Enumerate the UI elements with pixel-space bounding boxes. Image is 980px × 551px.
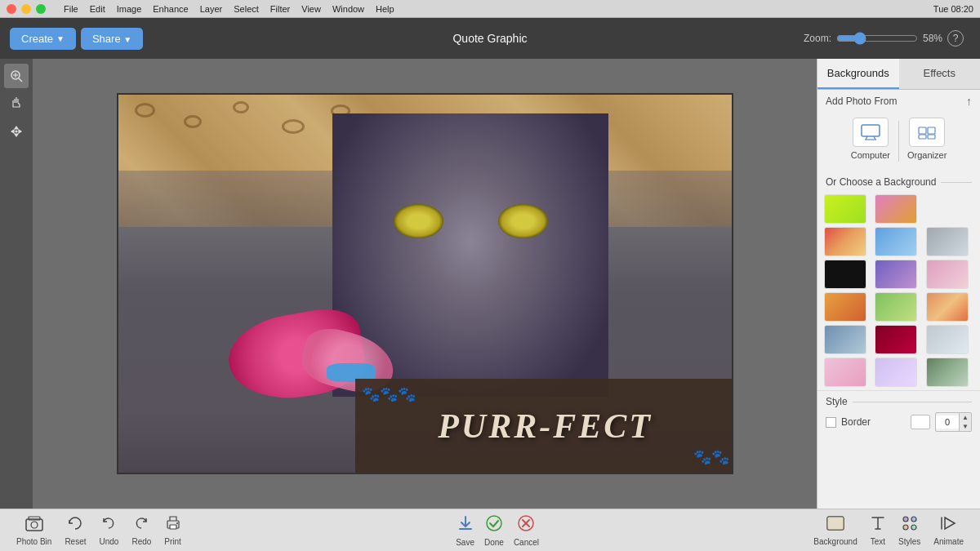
right-panel: Backgrounds Effects Add Photo From ↑: [817, 59, 980, 509]
menu-filter[interactable]: Filter: [265, 4, 295, 14]
choose-bg-header: Or Choose a Background: [817, 171, 980, 191]
svg-point-27: [911, 525, 916, 530]
save-label: Save: [456, 538, 474, 547]
menu-view[interactable]: View: [296, 4, 326, 14]
svg-marker-28: [945, 518, 955, 529]
menu-window[interactable]: Window: [327, 4, 369, 14]
undo-button[interactable]: Undo: [100, 515, 119, 546]
bg-swatch-roses[interactable]: [875, 325, 917, 354]
panel-add-photo-header: Add Photo From ↑: [817, 90, 980, 111]
menu-file[interactable]: File: [59, 4, 83, 14]
animate-tool-icon: [941, 515, 957, 535]
border-number-input: 0 ▲ ▼: [935, 412, 972, 432]
undo-icon: [100, 515, 117, 535]
topbar: Create ▼ Share ▼ Quote Graphic Zoom: 58%…: [0, 18, 980, 59]
organizer-icon: [909, 118, 945, 147]
maximize-button[interactable]: [36, 4, 46, 14]
bg-swatch-trees[interactable]: [926, 358, 969, 387]
save-button[interactable]: Save: [456, 514, 474, 547]
bg-swatch-flowers-red[interactable]: [824, 292, 866, 322]
zoom-tool-button[interactable]: [4, 64, 29, 88]
cancel-button[interactable]: Cancel: [514, 514, 539, 547]
text-tool-label: Text: [871, 537, 885, 546]
bg-swatch-pink-soft[interactable]: [824, 358, 866, 387]
styles-tool-button[interactable]: Styles: [898, 515, 920, 546]
menu-enhance[interactable]: Enhance: [148, 4, 193, 14]
row-spacer: [926, 194, 969, 196]
bg-swatch-flowers-green[interactable]: [875, 292, 917, 322]
bg-swatch-blue-sky[interactable]: [875, 227, 917, 256]
bg-swatch-mist[interactable]: [926, 325, 969, 354]
bg-swatch-landmark[interactable]: [824, 325, 866, 354]
paw-prints-bottom-right: 🐾🐾: [693, 448, 729, 466]
done-button[interactable]: Done: [484, 514, 504, 547]
bg-swatch-pink-mix[interactable]: [926, 260, 969, 289]
title-bar: File Edit Image Enhance Layer Select Fil…: [0, 0, 980, 18]
bg-swatch-purple-blue[interactable]: [875, 260, 917, 289]
canvas-frame: 🐾🐾🐾 🐾🐾 PURR-FECT: [117, 93, 733, 474]
tab-effects[interactable]: Effects: [899, 59, 981, 89]
print-icon: [165, 515, 181, 535]
print-button[interactable]: Print: [164, 515, 181, 546]
text-tool-button[interactable]: Text: [871, 515, 885, 546]
close-button[interactable]: [7, 4, 16, 14]
menu-help[interactable]: Help: [371, 4, 399, 14]
svg-rect-4: [862, 125, 880, 136]
background-tool-button[interactable]: Background: [813, 515, 857, 546]
bg-swatch-grey-mist[interactable]: [926, 227, 969, 256]
bottom-toolbar: Photo Bin Reset Undo: [0, 509, 980, 551]
bg-swatch-sunset2[interactable]: [926, 292, 969, 322]
style-title: Style: [826, 396, 848, 407]
bg-swatch-sunset[interactable]: [824, 227, 866, 256]
animate-tool-label: Animate: [933, 537, 964, 546]
reset-icon: [67, 515, 83, 535]
help-button[interactable]: ?: [947, 30, 964, 47]
border-label: Border: [841, 416, 906, 428]
panel-collapse-icon[interactable]: ↑: [966, 95, 972, 108]
zoom-slider[interactable]: [836, 32, 918, 45]
bg-swatch-purple-orange[interactable]: [875, 194, 917, 224]
style-header: Style: [826, 396, 972, 407]
source-divider: [898, 121, 899, 162]
move-tool-button[interactable]: [4, 119, 29, 144]
animate-tool-button[interactable]: Animate: [933, 515, 964, 546]
share-label: Share: [92, 33, 121, 45]
menu-layer[interactable]: Layer: [195, 4, 228, 14]
border-checkbox[interactable]: [826, 417, 836, 428]
menu-image[interactable]: Image: [112, 4, 147, 14]
redo-button[interactable]: Redo: [131, 515, 151, 546]
svg-rect-8: [919, 127, 926, 134]
menu-edit[interactable]: Edit: [85, 4, 110, 14]
hand-tool-button[interactable]: [4, 90, 29, 114]
source-buttons: Computer Organizer: [817, 111, 980, 171]
tab-backgrounds[interactable]: Backgrounds: [817, 59, 899, 89]
bg-swatch-yellow-green[interactable]: [824, 194, 866, 224]
redo-icon: [133, 515, 149, 535]
border-value[interactable]: 0: [936, 415, 959, 429]
svg-point-18: [487, 516, 501, 531]
canvas-area: 🐾🐾🐾 🐾🐾 PURR-FECT: [33, 59, 817, 509]
border-decrement[interactable]: ▼: [960, 422, 971, 431]
organizer-source-button[interactable]: Organizer: [907, 118, 947, 165]
bg-swatch-black[interactable]: [824, 260, 866, 289]
style-divider: [853, 402, 972, 402]
share-chevron-icon: ▼: [123, 35, 131, 44]
photo-bin-button[interactable]: Photo Bin: [16, 515, 51, 546]
svg-rect-11: [928, 135, 935, 139]
computer-source-button[interactable]: Computer: [851, 118, 890, 165]
share-button[interactable]: Share ▼: [81, 28, 143, 50]
titlebar-right: Tue 08:20: [933, 4, 973, 14]
reset-button[interactable]: Reset: [65, 515, 86, 546]
add-photo-title: Add Photo From: [826, 96, 897, 107]
border-color-picker[interactable]: [911, 415, 930, 429]
zoom-label: Zoom:: [804, 33, 831, 44]
print-label: Print: [164, 537, 181, 546]
minimize-button[interactable]: [21, 4, 31, 14]
menu-select[interactable]: Select: [229, 4, 264, 14]
border-increment[interactable]: ▲: [960, 413, 971, 422]
svg-rect-12: [26, 519, 42, 531]
bg-swatch-lavender[interactable]: [875, 358, 917, 387]
create-button[interactable]: Create ▼: [10, 28, 76, 50]
done-label: Done: [484, 538, 504, 547]
svg-rect-13: [29, 517, 40, 520]
